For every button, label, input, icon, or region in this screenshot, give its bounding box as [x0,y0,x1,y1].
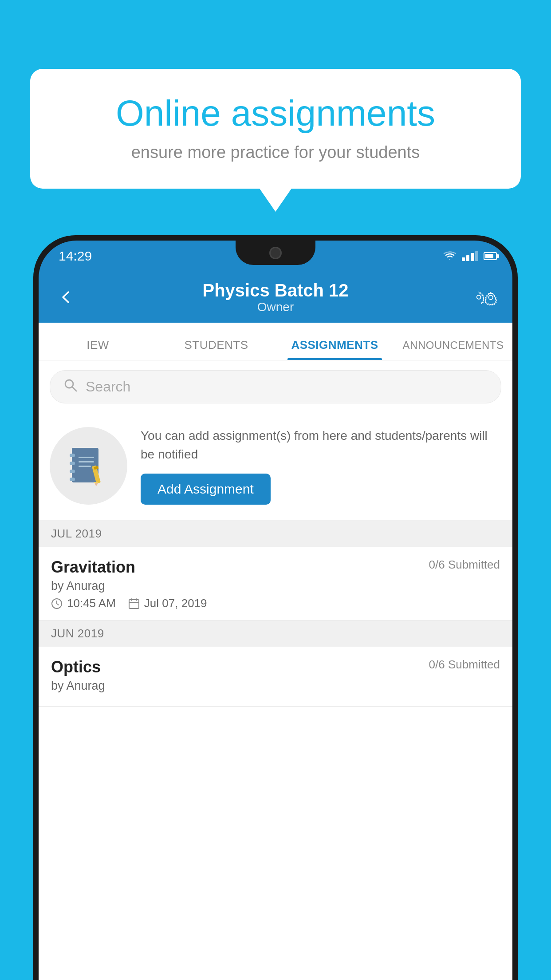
section-header-jul: JUL 2019 [39,521,512,547]
assignment-submitted-optics: 0/6 Submitted [429,658,500,672]
assignment-meta: 10:45 AM Jul 07, 2019 [51,597,500,610]
back-button[interactable] [54,285,79,309]
svg-rect-9 [79,461,94,462]
status-time: 14:29 [59,249,92,264]
signal-icon [462,251,478,261]
settings-button[interactable] [472,285,497,309]
bubble-subtitle: ensure more practice for your students [59,143,492,162]
tab-announcements[interactable]: ANNOUNCEMENTS [394,338,512,360]
svg-rect-16 [129,600,139,609]
speech-bubble: Online assignments ensure more practice … [30,69,521,189]
calendar-icon [128,598,140,609]
camera [269,247,282,259]
app-bar-title: Physics Batch 12 [79,281,472,300]
search-icon [63,378,78,396]
wifi-icon [443,251,457,261]
svg-rect-4 [70,454,75,457]
gear-icon [485,288,497,307]
tab-assignments[interactable]: ASSIGNMENTS [276,338,394,360]
app-bar: Physics Batch 12 Owner [39,272,512,323]
svg-point-1 [489,295,493,299]
tab-students[interactable]: STUDENTS [157,338,276,360]
assignment-name: Gravitation [51,558,135,577]
notch [236,241,315,265]
content-area: Search [39,360,512,980]
svg-rect-3 [72,448,98,482]
assignment-item-optics[interactable]: Optics 0/6 Submitted by Anurag [39,647,512,707]
svg-point-0 [477,295,481,299]
assignment-item-gravitation[interactable]: Gravitation 0/6 Submitted by Anurag 10:4… [39,547,512,620]
status-icons [443,251,497,261]
app-bar-center: Physics Batch 12 Owner [79,281,472,314]
bubble-title: Online assignments [59,93,492,133]
tab-bar: IEW STUDENTS ASSIGNMENTS ANNOUNCEMENTS [39,323,512,360]
search-placeholder: Search [86,379,130,395]
promo-block: You can add assignment(s) from here and … [39,413,512,521]
svg-rect-10 [79,466,91,467]
assignment-date: Jul 07, 2019 [128,597,207,610]
svg-rect-5 [70,462,75,465]
phone-frame: 14:29 [33,235,518,980]
promo-icon-circle [50,427,127,505]
battery-icon [484,252,497,260]
svg-rect-6 [70,470,75,473]
promo-text-block: You can add assignment(s) from here and … [141,427,501,505]
section-header-jun: JUN 2019 [39,620,512,647]
svg-rect-8 [79,457,94,458]
assignment-by-optics: by Anurag [51,679,500,693]
app-bar-subtitle: Owner [79,300,472,314]
add-assignment-button[interactable]: Add Assignment [141,474,271,505]
tab-iew[interactable]: IEW [39,338,157,360]
assignment-by: by Anurag [51,579,500,593]
search-bar[interactable]: Search [50,370,501,403]
svg-rect-7 [70,478,75,481]
notebook-icon [70,446,107,486]
promo-description: You can add assignment(s) from here and … [141,427,501,464]
clock-icon [51,598,63,609]
assignment-time: 10:45 AM [51,597,116,610]
assignment-submitted: 0/6 Submitted [429,558,500,572]
assignment-name-optics: Optics [51,658,101,676]
